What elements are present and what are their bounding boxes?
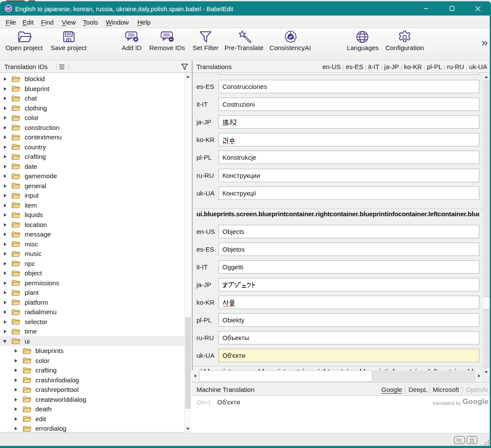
svg-text:bE: bE [6, 6, 11, 11]
